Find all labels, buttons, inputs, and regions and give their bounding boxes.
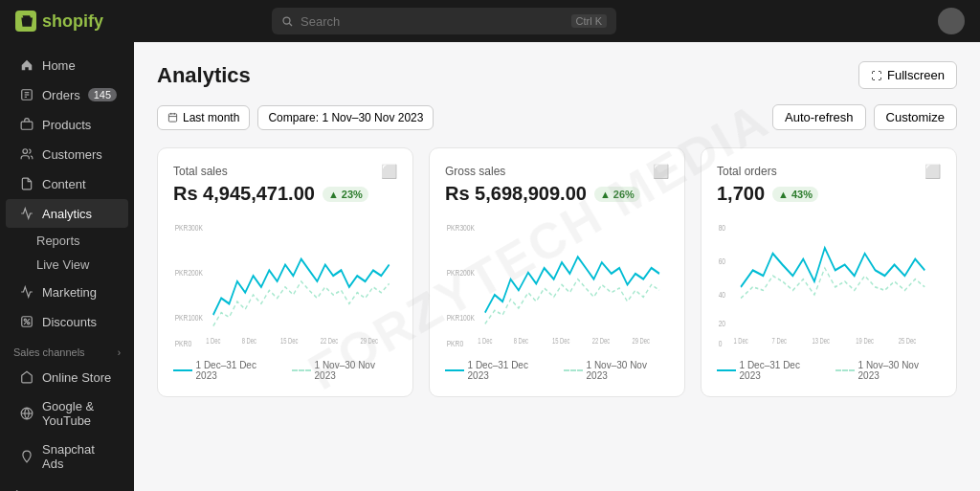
svg-text:80: 80 [719,223,726,233]
topbar-right [938,8,965,34]
legend-current: 1 Dec–31 Dec 2023 [717,360,822,381]
svg-rect-14 [168,114,176,122]
svg-text:15 Dec: 15 Dec [552,337,570,346]
card-label: Total sales [173,165,228,178]
card-label: Total orders [717,165,777,178]
card-export-icon[interactable]: ⬜ [381,164,397,179]
svg-text:PKR300K: PKR300K [175,223,204,233]
analytics-label: Analytics [42,207,92,221]
sidebar-item-online-store[interactable]: Online Store [6,363,128,391]
legend-compare: 1 Nov–30 Nov 2023 [292,360,397,381]
total-sales-card: Total sales ⬜ Rs 4,945,471.00 ▲ 23% PKR3… [157,147,413,397]
shopify-text: shopify [42,11,103,32]
total-sales-chart: PKR300K PKR200K PKR100K PKR0 1 Dec 8 Dec… [173,214,397,348]
apps-section[interactable]: Apps › [0,479,134,491]
svg-point-7 [23,149,28,154]
customers-icon [19,146,34,162]
chart-legend: 1 Dec–31 Dec 2023 1 Nov–30 Nov 2023 [445,360,669,381]
svg-text:PKR0: PKR0 [447,339,464,348]
card-label: Gross sales [445,165,505,178]
svg-point-8 [24,319,26,321]
card-header: Total orders ⬜ [717,164,941,179]
sales-channels-section[interactable]: Sales channels › [0,337,134,362]
svg-text:1 Dec: 1 Dec [733,337,748,346]
legend-dashed-line [564,369,583,371]
chevron-right-icon: › [118,347,121,358]
sidebar-item-marketing[interactable]: Marketing [6,278,128,306]
svg-text:8 Dec: 8 Dec [242,337,257,346]
fullscreen-icon [871,70,882,81]
svg-text:0: 0 [719,339,723,348]
legend-current: 1 Dec–31 Dec 2023 [445,360,550,381]
svg-point-9 [28,323,30,324]
svg-text:22 Dec: 22 Dec [592,337,611,346]
sidebar-item-liveview[interactable]: Live View [0,253,134,277]
sidebar-item-orders[interactable]: Orders 145 [6,80,128,109]
svg-text:22 Dec: 22 Dec [321,337,339,346]
gross-sales-value: Rs 5,698,909.00 ▲ 26% [445,183,669,205]
filter-bar: Last month Compare: 1 Nov–30 Nov 2023 Au… [157,104,957,130]
legend-current: 1 Dec–31 Dec 2023 [173,360,278,381]
legend-solid-line [445,369,464,371]
sidebar-item-customers[interactable]: Customers [6,140,128,168]
svg-text:PKR300K: PKR300K [447,223,476,233]
sidebar-item-google-youtube[interactable]: Google & YouTube [6,392,128,435]
marketing-icon [19,284,34,300]
svg-text:60: 60 [719,257,726,266]
card-export-icon[interactable]: ⬜ [653,164,669,179]
svg-text:7 Dec: 7 Dec [772,337,788,346]
sidebar-item-snapchat[interactable]: Snapchat Ads [6,435,128,478]
compare-filter-button[interactable]: Compare: 1 Nov–30 Nov 2023 [257,105,434,130]
analytics-cards: Total sales ⬜ Rs 4,945,471.00 ▲ 23% PKR3… [157,147,957,397]
svg-point-0 [283,17,290,24]
search-bar[interactable]: Ctrl K [272,8,616,34]
legend-dashed-line [292,369,311,371]
svg-line-10 [24,319,30,324]
svg-text:13 Dec: 13 Dec [812,337,830,346]
total-orders-value: 1,700 ▲ 43% [717,183,941,205]
sidebar-item-home[interactable]: Home [6,51,128,79]
card-export-icon[interactable]: ⬜ [924,164,941,179]
home-icon [19,57,34,73]
gross-sales-card: Gross sales ⬜ Rs 5,698,909.00 ▲ 26% PKR3… [429,147,685,397]
svg-text:25 Dec: 25 Dec [899,337,917,346]
total-orders-card: Total orders ⬜ 1,700 ▲ 43% 80 60 40 20 0… [701,147,957,397]
page-header: Analytics Fullscreen [157,61,957,89]
total-sales-value: Rs 4,945,471.00 ▲ 23% [173,183,397,205]
products-icon [19,117,34,132]
svg-text:PKR200K: PKR200K [175,268,204,278]
auto-refresh-button[interactable]: Auto-refresh [772,104,866,130]
topbar: shopify Ctrl K [0,0,980,42]
svg-text:1 Dec: 1 Dec [478,337,493,346]
svg-text:PKR100K: PKR100K [175,313,204,323]
legend-solid-line [173,369,192,371]
customize-button[interactable]: Customize [874,104,957,130]
gross-sales-chart: PKR300K PKR200K PKR100K PKR0 1 Dec 8 Dec… [445,214,669,348]
search-input[interactable] [301,14,564,29]
card-header: Total sales ⬜ [173,164,397,179]
main-content: Analytics Fullscreen Last month Compare:… [134,42,980,491]
legend-compare: 1 Nov–30 Nov 2023 [564,360,669,381]
sidebar-item-content[interactable]: Content [6,169,128,198]
chart-legend: 1 Dec–31 Dec 2023 1 Nov–30 Nov 2023 [717,360,941,381]
svg-text:29 Dec: 29 Dec [632,337,650,346]
svg-text:8 Dec: 8 Dec [514,337,529,346]
search-shortcut: Ctrl K [571,14,608,28]
svg-text:15 Dec: 15 Dec [280,337,299,346]
sidebar-item-reports[interactable]: Reports [0,229,134,253]
fullscreen-button[interactable]: Fullscreen [858,61,957,89]
svg-rect-6 [21,122,33,129]
sidebar-item-analytics[interactable]: Analytics [6,199,128,228]
svg-text:29 Dec: 29 Dec [360,337,378,346]
date-filter-button[interactable]: Last month [157,105,250,130]
sidebar-item-discounts[interactable]: Discounts [6,307,128,336]
search-icon [281,15,293,27]
shopify-bag-icon [15,11,36,32]
svg-text:19 Dec: 19 Dec [856,337,874,346]
avatar [938,8,965,34]
orders-icon [19,87,34,102]
svg-text:40: 40 [719,290,726,300]
sidebar-item-products[interactable]: Products [6,110,128,139]
legend-dashed-line [835,369,855,371]
svg-text:PKR100K: PKR100K [447,313,476,323]
